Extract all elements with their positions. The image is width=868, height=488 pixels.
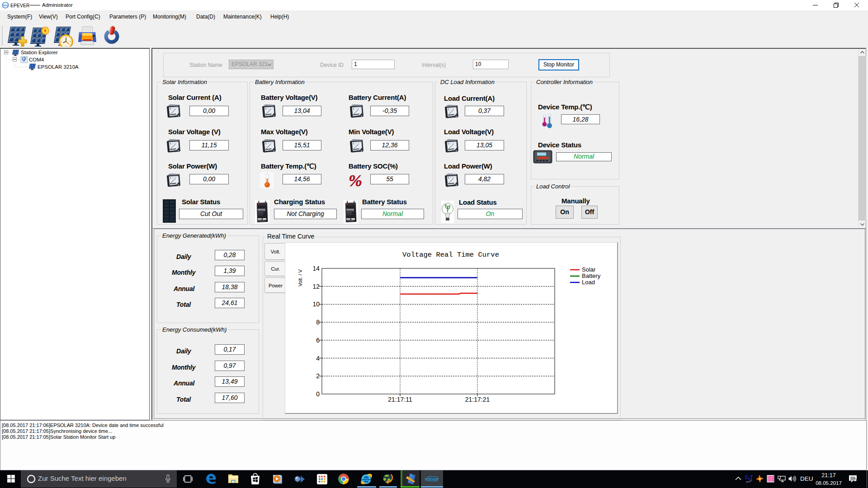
svg-text:8: 8	[316, 319, 320, 326]
svg-text:21:17:21: 21:17:21	[465, 396, 490, 403]
svg-text:14: 14	[312, 265, 320, 272]
svg-text:Load: Load	[582, 279, 595, 286]
svg-text:Solar: Solar	[582, 266, 596, 273]
svg-text:Battery: Battery	[582, 272, 601, 279]
svg-text:EPEVER: EPEVER	[425, 477, 439, 481]
svg-text:0: 0	[316, 390, 320, 398]
svg-text:10: 10	[312, 300, 320, 308]
svg-text:BUS: BUS	[3, 4, 8, 7]
svg-text:a: a	[759, 477, 761, 480]
svg-text:%: %	[349, 172, 362, 188]
svg-text:21:17:11: 21:17:11	[388, 396, 412, 403]
svg-text:Voltage Real Time Curve: Voltage Real Time Curve	[402, 251, 499, 259]
svg-text:4: 4	[316, 355, 320, 362]
svg-text:2: 2	[316, 372, 320, 380]
svg-text:12: 12	[312, 283, 320, 290]
svg-text:6: 6	[316, 337, 320, 344]
svg-text:C2T: C2T	[745, 475, 753, 480]
svg-text:Volt. / V: Volt. / V	[297, 269, 303, 286]
